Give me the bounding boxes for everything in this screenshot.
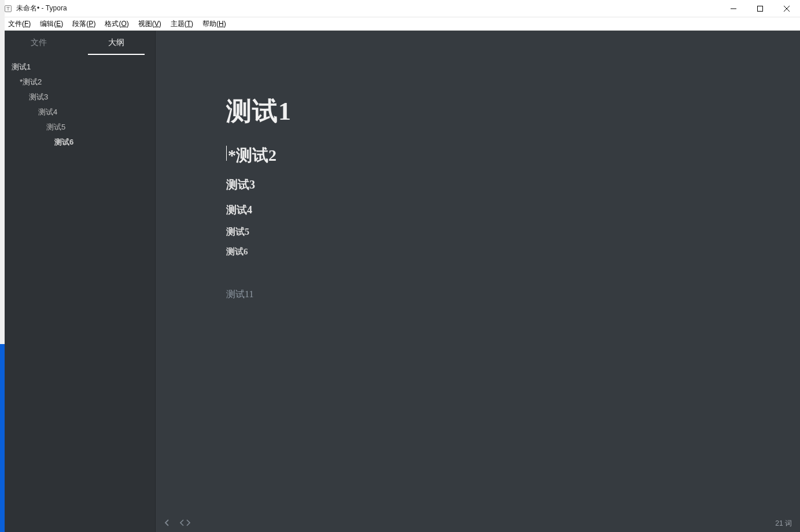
main-area: 文件 大纲 测试1 *测试2 测试3 测试4 测试5 测试6 测试1 *测试2 … [0, 31, 800, 532]
close-button[interactable] [773, 0, 800, 17]
titlebar: T 未命名• - Typora [0, 0, 800, 17]
outline-item[interactable]: *测试2 [0, 75, 155, 90]
minimize-button[interactable] [720, 0, 747, 17]
outline-panel: 测试1 *测试2 测试3 测试4 测试5 测试6 [0, 55, 155, 532]
menu-file[interactable]: 文件(F) [3, 18, 35, 30]
outline-item[interactable]: 测试6 [0, 135, 155, 150]
outline-item[interactable]: 测试5 [0, 120, 155, 135]
outline-item[interactable]: 测试3 [0, 90, 155, 105]
paragraph[interactable]: 测试11 [226, 289, 765, 301]
toggle-sidebar-icon[interactable] [164, 518, 171, 529]
heading-5[interactable]: 测试5 [226, 226, 765, 238]
source-code-icon[interactable] [180, 518, 190, 529]
menu-theme[interactable]: 主题(T) [166, 18, 198, 30]
menu-format[interactable]: 格式(O) [100, 18, 133, 30]
menu-edit[interactable]: 编辑(E) [35, 18, 68, 30]
sidebar: 文件 大纲 测试1 *测试2 测试3 测试4 测试5 测试6 [0, 31, 156, 532]
crop-edge [0, 0, 5, 532]
editor-area[interactable]: 测试1 *测试2 测试3 测试4 测试5 测试6 测试11 [156, 31, 800, 532]
menu-para[interactable]: 段落(P) [68, 18, 100, 30]
text-cursor [226, 146, 227, 161]
tab-files[interactable]: 文件 [0, 31, 78, 55]
menubar: 文件(F) 编辑(E) 段落(P) 格式(O) 视图(V) 主题(T) 帮助(H… [0, 17, 800, 31]
heading-3[interactable]: 测试3 [226, 177, 765, 193]
outline-item[interactable]: 测试1 [0, 60, 155, 75]
heading-1[interactable]: 测试1 [226, 94, 765, 128]
outline-item[interactable]: 测试4 [0, 105, 155, 120]
statusbar: 21 词 [156, 515, 800, 532]
menu-view[interactable]: 视图(V) [134, 18, 166, 30]
word-count[interactable]: 21 词 [775, 519, 792, 529]
scrollbar[interactable] [793, 31, 799, 515]
heading-2[interactable]: *测试2 [226, 145, 765, 167]
tab-outline[interactable]: 大纲 [78, 31, 155, 55]
heading-4[interactable]: 测试4 [226, 203, 765, 217]
maximize-button[interactable] [747, 0, 773, 17]
heading-6[interactable]: 测试6 [226, 246, 765, 257]
menu-help[interactable]: 帮助(H) [198, 18, 231, 30]
window-title: 未命名• - Typora [16, 3, 67, 13]
svg-rect-1 [758, 6, 763, 12]
sidebar-tabs: 文件 大纲 [0, 31, 155, 55]
